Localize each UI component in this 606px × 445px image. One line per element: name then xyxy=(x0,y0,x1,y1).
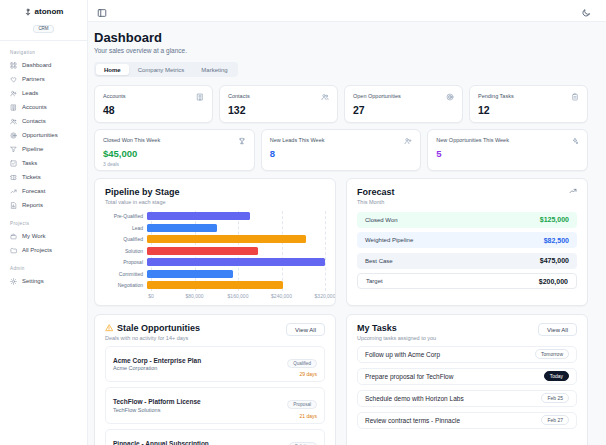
week-card-icon xyxy=(571,137,579,145)
panel-left-icon xyxy=(97,8,107,18)
chart-bar[interactable] xyxy=(147,258,325,266)
week-card-value: 8 xyxy=(270,148,413,159)
stale-opportunity-item[interactable]: Pinnacle - Annual Subscription Pinnacle … xyxy=(105,429,325,445)
task-title: Review contract terms - Pinnacle xyxy=(365,417,460,424)
forecast-row-value: $475,000 xyxy=(540,257,569,264)
stale-view-all-button[interactable]: View All xyxy=(286,323,325,336)
week-card-label: Closed Won This Week xyxy=(103,137,160,143)
chart-bar-track xyxy=(147,280,325,292)
sidebar-toggle-button[interactable] xyxy=(96,5,108,17)
logo-badge: CRM xyxy=(33,25,53,33)
middle-row: Pipeline by Stage Total value in each st… xyxy=(94,178,588,306)
logo-icon xyxy=(24,8,32,16)
tasks-subtitle: Upcoming tasks assigned to you xyxy=(357,335,436,341)
stat-label: Accounts xyxy=(103,93,126,99)
tab[interactable]: Home xyxy=(96,64,129,75)
chart-bar[interactable] xyxy=(147,212,250,220)
tab[interactable]: Company Metrics xyxy=(130,64,193,75)
sidebar-nav: Navigation Dashboard Partners xyxy=(0,50,87,288)
alert-triangle-icon xyxy=(105,324,113,332)
stat-icon xyxy=(446,93,454,101)
stale-list: Acme Corp - Enterprise Plan Acme Corpora… xyxy=(105,346,325,445)
forecast-row: Weighted Pipeline $82,500 xyxy=(357,232,577,248)
nav-item-label: Leads xyxy=(22,90,38,96)
nav-item-label: Pipeline xyxy=(22,146,43,152)
sidebar-nav-item[interactable]: Opportunities xyxy=(0,128,87,142)
chart-x-tick-label: $0 xyxy=(148,293,154,299)
chart-bar[interactable] xyxy=(147,224,217,232)
sidebar-nav-item[interactable]: Dashboard xyxy=(0,58,87,72)
task-item[interactable]: Review contract terms - Pinnacle Feb 27 xyxy=(357,412,577,429)
chart-x-tick-label: $240,000 xyxy=(271,293,292,299)
sidebar-nav-item[interactable]: Leads xyxy=(0,86,87,100)
stale-opportunity-item[interactable]: Acme Corp - Enterprise Plan Acme Corpora… xyxy=(105,346,325,383)
sidebar-nav-item[interactable]: My Work xyxy=(0,229,87,243)
nav-list: Dashboard Partners Leads xyxy=(0,58,87,212)
forecast-row-value: $82,500 xyxy=(544,237,569,244)
sidebar-nav-item[interactable]: Pipeline xyxy=(0,142,87,156)
chart-bar[interactable] xyxy=(147,235,306,243)
forecast-row-label: Weighted Pipeline xyxy=(365,237,413,243)
week-card-subtext xyxy=(436,161,579,167)
tab[interactable]: Marketing xyxy=(193,64,235,75)
sidebar-nav-item[interactable]: All Projects xyxy=(0,243,87,257)
tasks-view-all-button[interactable]: View All xyxy=(538,323,577,336)
chart-bar[interactable] xyxy=(147,270,233,278)
stat-icon xyxy=(571,93,579,101)
nav-section-projects: Projects My Work All Projects xyxy=(0,221,87,257)
sidebar-nav-item[interactable]: Reports xyxy=(0,198,87,212)
chart-bar-track xyxy=(147,222,325,234)
nav-item-icon xyxy=(10,233,17,240)
sidebar-nav-item[interactable]: Partners xyxy=(0,72,87,86)
week-card-value: 5 xyxy=(436,148,579,159)
opportunity-name: Acme Corp - Enterprise Plan xyxy=(113,357,201,364)
task-item[interactable]: Prepare proposal for TechFlow Today xyxy=(357,368,577,385)
nav-item-icon xyxy=(10,160,17,167)
week-card-label: New Leads This Week xyxy=(270,137,325,143)
pipeline-by-stage-card: Pipeline by Stage Total value in each st… xyxy=(94,178,336,306)
forecast-card: Forecast This Month Closed Won $125,000 xyxy=(346,178,588,306)
theme-toggle-button[interactable] xyxy=(580,5,592,17)
sidebar-nav-item[interactable]: Contacts xyxy=(0,114,87,128)
stat-label: Contacts xyxy=(228,93,250,99)
task-title: Prepare proposal for TechFlow xyxy=(365,373,453,380)
tab-bar: Home Company Metrics Marketing xyxy=(94,62,238,77)
chart-row: Lead xyxy=(105,222,325,234)
week-card-value: $45,000 xyxy=(103,148,246,159)
week-card: New Opportunities This Week 5 xyxy=(427,129,588,171)
stat-card: Pending Tasks 12 xyxy=(469,85,588,123)
week-card-row: Closed Won This Week $45,000 3 deals New… xyxy=(94,129,588,171)
sidebar: atonom CRM Navigation Dashboard xyxy=(0,0,88,445)
stale-opportunity-item[interactable]: TechFlow - Platform License TechFlow Sol… xyxy=(105,387,325,424)
sidebar-nav-item[interactable]: Accounts xyxy=(0,100,87,114)
forecast-row: Target $200,000 xyxy=(357,273,577,289)
week-card-subtext: 3 deals xyxy=(103,161,246,167)
stage-badge: Solution xyxy=(289,442,317,445)
stat-label: Open Opportunities xyxy=(353,93,401,99)
sidebar-nav-item[interactable]: Forecast xyxy=(0,184,87,198)
chart-bar[interactable] xyxy=(147,281,283,289)
forecast-rows: Closed Won $125,000 Weighted Pipeline $8… xyxy=(357,212,577,290)
stat-value: 48 xyxy=(103,104,204,116)
page-title: Dashboard xyxy=(94,30,588,45)
task-list: Follow up with Acme Corp Tomorrow Prepar… xyxy=(357,346,577,429)
nav-item-icon xyxy=(10,104,17,111)
forecast-subtitle: This Month xyxy=(357,199,395,205)
nav-item-label: Tickets xyxy=(22,174,41,180)
due-badge: Today xyxy=(544,371,569,381)
nav-section-label: Admin xyxy=(10,266,77,271)
task-item[interactable]: Schedule demo with Horizon Labs Feb 25 xyxy=(357,390,577,407)
chart-category-label: Negotiation xyxy=(105,282,147,288)
sidebar-nav-item[interactable]: Tickets xyxy=(0,170,87,184)
sidebar-nav-item[interactable]: Settings xyxy=(0,274,87,288)
chart-bar[interactable] xyxy=(147,247,258,255)
chart-row: Solution xyxy=(105,245,325,257)
task-item[interactable]: Follow up with Acme Corp Tomorrow xyxy=(357,346,577,363)
stage-badge: Qualified xyxy=(287,359,317,368)
chart-bar-track xyxy=(147,257,325,269)
pipeline-subtitle: Total value in each stage xyxy=(105,199,325,205)
nav-item-icon xyxy=(10,76,17,83)
sidebar-nav-item[interactable]: Tasks xyxy=(0,156,87,170)
forecast-row-label: Closed Won xyxy=(365,217,398,223)
bottom-row: Stale Opportunities Deals with no activi… xyxy=(94,314,588,445)
